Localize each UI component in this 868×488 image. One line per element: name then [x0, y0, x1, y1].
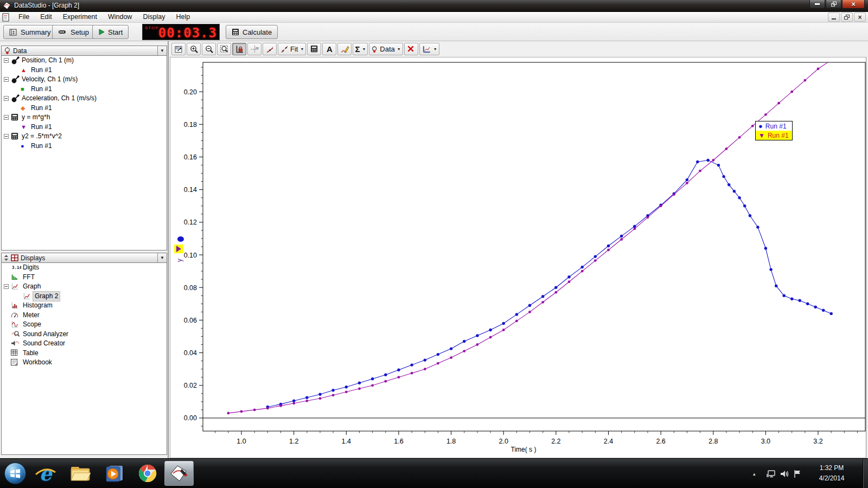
taskbar-windows-explorer[interactable]	[68, 461, 92, 485]
display-item-scope[interactable]: Scope	[2, 320, 167, 330]
displays-grid-icon	[11, 254, 18, 261]
display-item-sound-creator[interactable]: Sound Creator	[2, 339, 167, 349]
display-item-graph-2[interactable]: Graph 2	[2, 292, 167, 301]
data-run-row[interactable]: ◆Run #1	[2, 104, 167, 113]
y-axis-series-indicator[interactable]: y	[173, 236, 186, 262]
data-point	[305, 400, 308, 402]
menu-window[interactable]: Window	[103, 12, 137, 23]
displays-panel-header[interactable]: Displays ▼	[2, 253, 167, 263]
network-icon[interactable]	[766, 459, 776, 488]
close-button[interactable]: ×	[842, 0, 865, 9]
legend-item[interactable]: ●Run #1	[756, 121, 792, 131]
start-button-windows[interactable]	[3, 461, 27, 485]
show-desktop-button[interactable]	[863, 459, 868, 488]
data-panel-dropdown[interactable]: ▼	[157, 46, 167, 55]
data-panel: Data ▼ Position, Ch 1 (m)▲Run #1Velocity…	[1, 46, 167, 251]
zoom-select-button[interactable]	[217, 43, 231, 55]
remove-button[interactable]	[404, 43, 418, 55]
calculator-button[interactable]	[307, 43, 321, 55]
menu-edit[interactable]: Edit	[35, 12, 58, 23]
action-center-flag-icon[interactable]	[793, 459, 802, 488]
calculate-button[interactable]: Calculate	[226, 25, 278, 39]
calculator-icon	[11, 113, 19, 123]
taskbar-chrome[interactable]	[136, 461, 159, 485]
zoom-in-button[interactable]	[187, 43, 201, 55]
text-annotation-button[interactable]: A	[322, 43, 336, 55]
data-point	[581, 270, 584, 273]
collapse-toggle[interactable]	[4, 115, 9, 120]
taskbar-clock[interactable]: 1:32 PM 4/2/2014	[807, 463, 856, 484]
data-panel-header[interactable]: Data ▼	[2, 46, 167, 56]
data-group-row[interactable]: y = m*g*h	[2, 113, 167, 123]
data-group-row[interactable]: Position, Ch 1 (m)	[2, 56, 167, 66]
display-item-graph[interactable]: Graph	[2, 282, 167, 292]
taskbar-media-player[interactable]	[103, 461, 127, 485]
collapse-toggle[interactable]	[4, 58, 9, 63]
smart-tool-button[interactable]: xy	[247, 43, 261, 55]
menu-experiment[interactable]: Experiment	[58, 12, 103, 23]
note-tool-button[interactable]	[337, 43, 352, 55]
mdi-close-button[interactable]: ×	[854, 12, 866, 22]
setup-button[interactable]: Setup	[52, 25, 95, 39]
menu-file[interactable]: File	[13, 12, 35, 23]
data-run-row[interactable]: ▼Run #1	[2, 123, 167, 132]
data-run-row[interactable]: ▲Run #1	[2, 66, 167, 75]
display-item-label: Meter	[21, 311, 41, 320]
collapse-toggle[interactable]	[4, 284, 9, 289]
taskbar-internet-explorer[interactable]: e	[34, 461, 58, 485]
menu-items: FileEditExperimentWindowDisplayHelp	[13, 12, 195, 23]
mdi-minimize-button[interactable]	[828, 12, 840, 22]
axis-settings-button[interactable]: ▼	[419, 43, 439, 55]
display-item-histogram[interactable]: Histogram	[2, 301, 167, 311]
data-point	[332, 394, 335, 396]
data-group-row[interactable]: Velocity, Ch 1 (m/s)	[2, 75, 167, 85]
run-marker-icon: ◆	[21, 104, 25, 113]
display-item-table[interactable]: Table	[2, 349, 167, 358]
data-menu-button[interactable]: Data▼	[369, 43, 403, 55]
collapse-toggle[interactable]	[4, 77, 9, 82]
displays-panel: Displays ▼ 3.14DigitsFFTGraphGraph 2Hist…	[1, 253, 167, 455]
menu-help[interactable]: Help	[170, 12, 195, 23]
statistics-button[interactable]: Σ▼	[353, 43, 368, 55]
volume-icon[interactable]	[780, 459, 790, 488]
start-button[interactable]: Start	[92, 25, 129, 39]
datastudio-app-icon	[3, 2, 11, 11]
timer-stop-label: STOP	[145, 25, 159, 30]
scale-to-fit-button[interactable]	[171, 43, 186, 55]
display-item-digits[interactable]: 3.14Digits	[2, 263, 167, 273]
data-run-row[interactable]: ●Run #1	[2, 142, 167, 151]
collapse-toggle[interactable]	[4, 134, 9, 139]
slope-tool-button[interactable]	[263, 43, 277, 55]
display-item-meter[interactable]: Meter	[2, 311, 167, 320]
lock-axes-button[interactable]	[232, 43, 246, 55]
data-run-row[interactable]: ■Run #1	[2, 85, 167, 94]
data-group-row[interactable]: y2 = .5*m*v^2	[2, 132, 167, 142]
graph-display[interactable]: 1.01.21.41.61.82.02.22.42.62.83.03.20.00…	[170, 57, 866, 458]
data-point	[411, 372, 413, 375]
zoom-out-button[interactable]	[202, 43, 216, 55]
data-group-row[interactable]: Acceleration, Ch 1 (m/s/s)	[2, 94, 167, 104]
graph-legend[interactable]: ●Run #1▼Run #1	[755, 121, 793, 140]
fit-menu-label: Fit	[290, 45, 298, 53]
collapse-toggle[interactable]	[4, 96, 9, 101]
display-item-fft[interactable]: FFT	[2, 273, 167, 282]
sort-arrows-icon	[4, 254, 9, 261]
fit-menu-button[interactable]: Fit▼	[278, 43, 306, 55]
taskbar-datastudio-active[interactable]	[164, 461, 194, 486]
y-tick-label: 0.16	[184, 153, 197, 161]
restore-button[interactable]	[826, 0, 841, 9]
legend-item[interactable]: ▼Run #1	[756, 131, 792, 140]
plot-area[interactable]: 1.01.21.41.61.82.02.22.42.62.83.03.20.00…	[170, 57, 866, 458]
summary-button[interactable]: Summary	[3, 25, 57, 39]
displays-panel-dropdown[interactable]: ▼	[157, 253, 167, 262]
display-item-label: Histogram	[21, 301, 54, 311]
menu-display[interactable]: Display	[137, 12, 170, 23]
run-label: Run #1	[31, 104, 52, 113]
minimize-button[interactable]	[809, 0, 825, 9]
tray-show-hidden-icons[interactable]: ▴	[753, 459, 756, 488]
plot-frame	[203, 62, 865, 431]
display-item-workbook[interactable]: Workbook	[2, 358, 167, 368]
mdi-restore-button[interactable]	[841, 12, 853, 22]
display-item-sound-analyzer[interactable]: Sound Analyzer	[2, 330, 167, 339]
blue-series-axis-marker	[177, 236, 184, 242]
